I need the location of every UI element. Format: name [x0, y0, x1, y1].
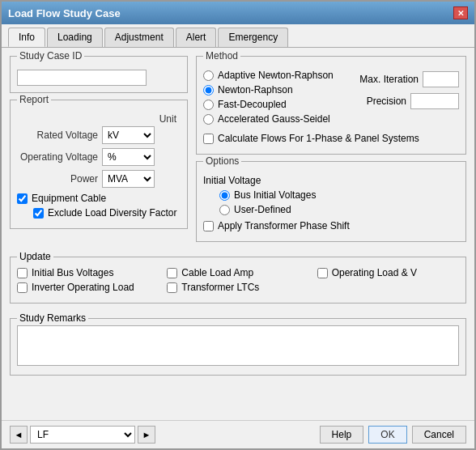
footer-left: ◄ LF ►	[10, 426, 316, 444]
report-label: Report	[17, 94, 51, 105]
method-label: Method	[203, 50, 240, 62]
unit-header-label: Unit	[159, 113, 176, 125]
operating-load-v-checkbox[interactable]	[317, 268, 328, 278]
study-case-id-group: Study Case ID LF	[10, 56, 188, 93]
method-radios: Adaptive Newton-Raphson Newton-Raphson F…	[203, 70, 338, 128]
footer: ◄ LF ► Help OK Cancel	[2, 420, 474, 448]
update-col-0: Initial Bus Voltages Inverter Operating …	[17, 267, 159, 296]
content-area: Study Case ID LF Report Unit	[2, 48, 474, 420]
operating-load-v-label: Operating Load & V	[332, 267, 417, 278]
initial-bus-voltages-checkbox[interactable]	[17, 268, 28, 278]
power-label: Power	[17, 173, 98, 185]
report-group: Report Unit Rated Voltage kV	[10, 100, 188, 229]
calculate-flows-label: Calculate Flows For 1-Phase & Panel Syst…	[218, 133, 419, 144]
operating-voltage-select[interactable]: %	[102, 148, 155, 166]
precision-label: Precision	[367, 96, 406, 107]
equipment-cable-checkbox[interactable]	[17, 193, 28, 204]
tab-emergency[interactable]: Emergency	[218, 28, 288, 47]
exclude-load-diversity-checkbox[interactable]	[33, 208, 44, 219]
close-button[interactable]: ✕	[453, 6, 468, 19]
title-bar: Load Flow Study Case ✕	[2, 2, 474, 24]
update-col-1: Cable Load Amp Transformer LTCs	[167, 267, 308, 296]
method-newton-radio[interactable]	[203, 85, 214, 96]
method-adaptive-label: Adaptive Newton-Raphson	[218, 70, 334, 81]
tab-alert[interactable]: Alert	[176, 28, 217, 47]
calculate-flows-checkbox[interactable]	[203, 134, 214, 144]
bus-initial-voltages-label: Bus Initial Voltages	[234, 189, 316, 201]
user-defined-radio[interactable]	[219, 205, 230, 215]
study-case-id-label: Study Case ID	[17, 50, 84, 62]
main-window: Load Flow Study Case ✕ Info Loading Adju…	[0, 0, 476, 450]
method-newton-label: Newton-Raphson	[218, 84, 293, 96]
help-button[interactable]: Help	[320, 426, 364, 444]
apply-transformer-checkbox[interactable]	[203, 221, 214, 231]
rated-voltage-select[interactable]: kV	[102, 126, 155, 144]
method-fast-label: Fast-Decoupled	[218, 99, 287, 110]
prev-button[interactable]: ◄	[10, 426, 28, 444]
inverter-operating-load-label: Inverter Operating Load	[32, 282, 134, 293]
tab-info[interactable]: Info	[8, 28, 45, 47]
study-remarks-group: Study Remarks	[10, 318, 466, 376]
rated-voltage-label: Rated Voltage	[17, 129, 98, 141]
tab-adjustment[interactable]: Adjustment	[104, 28, 174, 47]
footer-right: Help OK Cancel	[320, 426, 466, 444]
apply-transformer-label: Apply Transformer Phase Shift	[218, 220, 350, 231]
operating-voltage-label: Operating Voltage	[17, 151, 98, 163]
right-panel: Method Adaptive Newton-Raphson Newton-Ra…	[196, 56, 466, 248]
initial-bus-voltages-label: Initial Bus Voltages	[32, 267, 113, 278]
transformer-ltcs-checkbox[interactable]	[167, 282, 177, 293]
study-remarks-textarea[interactable]	[17, 325, 459, 366]
study-remarks-label: Study Remarks	[17, 312, 88, 324]
cancel-button[interactable]: Cancel	[412, 426, 466, 444]
study-case-id-input[interactable]: LF	[17, 70, 147, 86]
method-group: Method Adaptive Newton-Raphson Newton-Ra…	[196, 56, 466, 155]
method-adaptive-radio[interactable]	[203, 70, 214, 81]
ok-button[interactable]: OK	[368, 426, 406, 444]
tab-loading[interactable]: Loading	[47, 28, 103, 47]
footer-select[interactable]: LF	[30, 426, 135, 444]
update-group: Update Initial Bus Voltages Inverter Ope…	[10, 257, 466, 304]
update-col-2: Operating Load & V	[317, 267, 459, 296]
options-label: Options	[203, 155, 241, 167]
method-fast-radio[interactable]	[203, 100, 214, 110]
window-title: Load Flow Study Case	[8, 7, 121, 19]
method-gauss-radio[interactable]	[203, 114, 214, 125]
equipment-cable-label: Equipment Cable	[32, 193, 106, 204]
title-controls: ✕	[453, 6, 468, 19]
options-group: Options Initial Voltage Bus Initial Volt…	[196, 161, 466, 242]
transformer-ltcs-label: Transformer LTCs	[181, 282, 259, 293]
next-button[interactable]: ►	[138, 426, 155, 444]
method-gauss-label: Accelerated Gauss-Seidel	[218, 113, 330, 125]
cable-load-amp-checkbox[interactable]	[167, 268, 177, 278]
power-select[interactable]: MVA	[102, 170, 155, 188]
user-defined-label: User-Defined	[234, 204, 291, 215]
tab-bar: Info Loading Adjustment Alert Emergency	[2, 24, 474, 48]
update-label: Update	[17, 251, 53, 262]
cable-load-amp-label: Cable Load Amp	[181, 267, 253, 278]
left-panel: Study Case ID LF Report Unit	[10, 56, 188, 248]
max-iteration-label: Max. Iteration	[359, 74, 419, 85]
max-iteration-input[interactable]: 99	[423, 71, 459, 87]
precision-input[interactable]: 0.0001	[410, 93, 459, 109]
bus-initial-voltages-radio[interactable]	[219, 190, 230, 201]
inverter-operating-load-checkbox[interactable]	[17, 282, 28, 293]
initial-voltage-header: Initial Voltage	[203, 175, 459, 186]
exclude-load-diversity-label: Exclude Load Diversity Factor	[48, 207, 176, 219]
